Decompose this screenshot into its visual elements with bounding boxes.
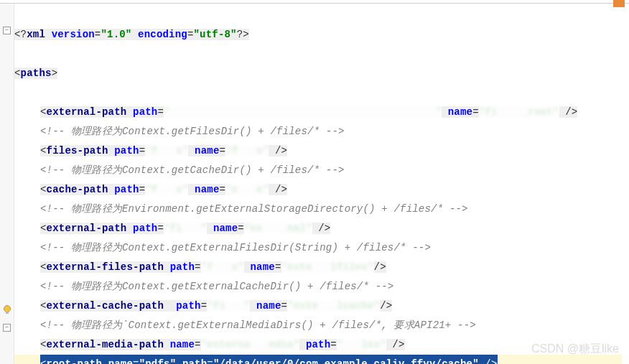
- xml-element: <files-path path="f s" name="f s" />: [40, 145, 287, 157]
- xml-element: <external-cache-path path="fi " name="ex…: [40, 300, 392, 312]
- code-line: <root-path name="pdfs" path="/data/user/…: [14, 355, 622, 364]
- code-line: <external-media-path name="externa edia"…: [14, 335, 622, 355]
- xml-element: <cache-path path="f s" name="c e" />: [40, 184, 287, 195]
- code-line: <!-- 物理路径为Context.getFilesDir() + /files…: [14, 122, 622, 141]
- intention-bulb-icon[interactable]: [1, 304, 13, 315]
- svg-rect-1: [6, 312, 9, 314]
- code-line: <!-- 物理路径为`Context.getExternalMediaDirs(…: [14, 316, 622, 335]
- xml-declaration: <?xml version="1.0" encoding="utf-8"?>: [14, 25, 622, 45]
- svg-point-0: [4, 306, 11, 312]
- code-line: <external-path path="fi " name="ex nal" …: [14, 219, 622, 238]
- xml-comment: <!-- 物理路径为Context.getExternalCacheDir() …: [40, 281, 393, 292]
- fold-toggle-icon[interactable]: −: [3, 324, 11, 332]
- xml-element: <external-media-path name="externa edia"…: [40, 339, 405, 350]
- editor-gutter: − −: [0, 4, 14, 364]
- code-line: <external-path path=" " name="fi _root" …: [14, 103, 622, 122]
- code-line: <!-- 物理路径为Environment.getExternalStorage…: [14, 200, 622, 219]
- code-line: <external-files-path path="f s" name="ex…: [14, 258, 622, 277]
- code-line: <!-- 物理路径为Context.getExternalCacheDir() …: [14, 277, 622, 297]
- xml-comment: <!-- 物理路径为`Context.getExternalMediaDirs(…: [40, 319, 476, 331]
- top-border: [0, 0, 629, 4]
- code-line: <!-- 物理路径为Context.getCacheDir() + /files…: [14, 161, 622, 180]
- fold-toggle-icon[interactable]: −: [3, 27, 11, 34]
- xml-comment: <!-- 物理路径为Context.getExternalFilesDir(St…: [40, 242, 431, 253]
- paths-open-tag: <paths>: [14, 64, 622, 83]
- xml-element: <external-files-path path="f s" name="ex…: [40, 261, 386, 273]
- code-line: <files-path path="f s" name="f s" />: [14, 141, 622, 161]
- selected-element: <root-path name="pdfs" path="/data/user/…: [40, 355, 498, 364]
- xml-element: <external-path path="fi " name="ex nal" …: [40, 223, 330, 234]
- xml-element: <external-path path=" " name="fi _root" …: [40, 106, 577, 118]
- code-line: <external-cache-path path="fi " name="ex…: [14, 297, 622, 316]
- xml-comment: <!-- 物理路径为Context.getFilesDir() + /files…: [40, 126, 345, 137]
- xml-comment: <!-- 物理路径为Environment.getExternalStorage…: [40, 203, 468, 215]
- xml-comment: <!-- 物理路径为Context.getCacheDir() + /files…: [40, 164, 345, 176]
- code-line: <cache-path path="f s" name="c e" />: [14, 180, 622, 200]
- code-line: <!-- 物理路径为Context.getExternalFilesDir(St…: [14, 238, 622, 258]
- code-editor[interactable]: <?xml version="1.0" encoding="utf-8"?> <…: [14, 6, 622, 364]
